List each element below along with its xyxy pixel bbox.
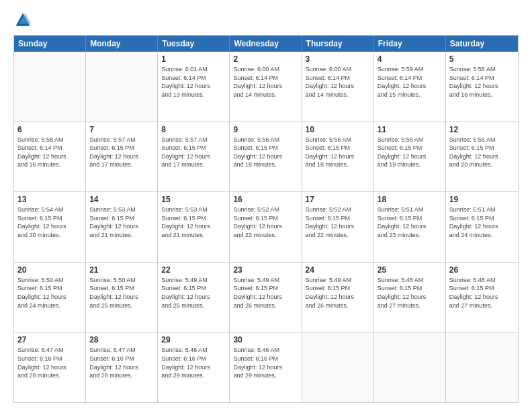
day-info: Sunrise: 5:50 AM Sunset: 6:15 PM Dayligh… [89,276,154,310]
calendar-cell-25: 25Sunrise: 5:48 AM Sunset: 6:15 PM Dayli… [374,263,446,332]
calendar-header: SundayMondayTuesdayWednesdayThursdayFrid… [14,36,518,52]
calendar-cell-empty-0-1 [86,52,158,122]
day-number: 2 [233,54,298,64]
day-number: 30 [233,335,298,345]
calendar-cell-19: 19Sunrise: 5:51 AM Sunset: 6:15 PM Dayli… [446,192,518,262]
day-info: Sunrise: 5:53 AM Sunset: 6:15 PM Dayligh… [161,205,226,239]
calendar-cell-27: 27Sunrise: 5:47 AM Sunset: 6:16 PM Dayli… [14,332,86,402]
day-number: 16 [233,195,298,204]
calendar-body: 1Sunrise: 6:01 AM Sunset: 6:14 PM Daylig… [14,52,518,402]
day-info: Sunrise: 5:47 AM Sunset: 6:16 PM Dayligh… [89,346,154,379]
day-number: 7 [89,125,154,134]
calendar-cell-2: 2Sunrise: 6:00 AM Sunset: 6:14 PM Daylig… [230,52,302,122]
calendar-cell-30: 30Sunrise: 5:46 AM Sunset: 6:16 PM Dayli… [230,332,302,402]
calendar-cell-26: 26Sunrise: 5:48 AM Sunset: 6:15 PM Dayli… [446,263,518,332]
day-info: Sunrise: 5:48 AM Sunset: 6:15 PM Dayligh… [378,276,442,310]
calendar-cell-6: 6Sunrise: 5:58 AM Sunset: 6:14 PM Daylig… [14,122,86,192]
day-number: 3 [306,54,370,64]
day-number: 26 [449,265,515,275]
calendar-cell-empty-4-5 [374,332,446,402]
day-info: Sunrise: 6:00 AM Sunset: 6:14 PM Dayligh… [306,65,370,99]
day-number: 18 [378,195,442,204]
day-info: Sunrise: 5:46 AM Sunset: 6:16 PM Dayligh… [161,346,226,379]
calendar-cell-17: 17Sunrise: 5:52 AM Sunset: 6:15 PM Dayli… [302,192,374,262]
calendar-cell-24: 24Sunrise: 5:49 AM Sunset: 6:15 PM Dayli… [302,263,374,332]
day-number: 5 [449,54,515,64]
weekday-header-monday: Monday [86,36,158,52]
calendar-cell-21: 21Sunrise: 5:50 AM Sunset: 6:15 PM Dayli… [86,263,158,332]
weekday-header-sunday: Sunday [14,36,86,52]
calendar-cell-15: 15Sunrise: 5:53 AM Sunset: 6:15 PM Dayli… [158,192,230,262]
day-number: 13 [17,195,82,204]
day-number: 1 [161,54,226,64]
day-number: 19 [449,195,515,204]
day-info: Sunrise: 5:56 AM Sunset: 6:15 PM Dayligh… [306,136,370,169]
day-number: 25 [378,265,442,275]
day-info: Sunrise: 5:47 AM Sunset: 6:16 PM Dayligh… [17,346,82,379]
day-info: Sunrise: 5:49 AM Sunset: 6:15 PM Dayligh… [233,276,298,310]
calendar-cell-empty-0-0 [14,52,86,122]
calendar-cell-16: 16Sunrise: 5:52 AM Sunset: 6:15 PM Dayli… [230,192,302,262]
day-number: 11 [378,125,442,134]
day-number: 20 [17,265,82,275]
calendar-cell-1: 1Sunrise: 6:01 AM Sunset: 6:14 PM Daylig… [158,52,230,122]
day-number: 6 [17,125,82,134]
calendar-cell-empty-4-4 [302,332,374,402]
calendar-cell-7: 7Sunrise: 5:57 AM Sunset: 6:15 PM Daylig… [86,122,158,192]
day-info: Sunrise: 5:46 AM Sunset: 6:16 PM Dayligh… [233,346,298,379]
day-number: 24 [306,265,370,275]
day-number: 21 [89,265,154,275]
day-number: 15 [161,195,226,204]
calendar-cell-13: 13Sunrise: 5:54 AM Sunset: 6:15 PM Dayli… [14,192,86,262]
calendar-cell-8: 8Sunrise: 5:57 AM Sunset: 6:15 PM Daylig… [158,122,230,192]
page: SundayMondayTuesdayWednesdayThursdayFrid… [0,0,532,411]
weekday-header-thursday: Thursday [302,36,374,52]
logo-icon [13,11,32,30]
calendar-cell-23: 23Sunrise: 5:49 AM Sunset: 6:15 PM Dayli… [230,263,302,332]
calendar-cell-20: 20Sunrise: 5:50 AM Sunset: 6:15 PM Dayli… [14,263,86,332]
calendar-cell-4: 4Sunrise: 5:59 AM Sunset: 6:14 PM Daylig… [374,52,446,122]
day-info: Sunrise: 6:01 AM Sunset: 6:14 PM Dayligh… [161,65,226,99]
calendar-cell-11: 11Sunrise: 5:55 AM Sunset: 6:15 PM Dayli… [374,122,446,192]
day-info: Sunrise: 5:56 AM Sunset: 6:15 PM Dayligh… [233,136,298,169]
day-info: Sunrise: 5:53 AM Sunset: 6:15 PM Dayligh… [89,205,154,239]
day-info: Sunrise: 5:51 AM Sunset: 6:15 PM Dayligh… [449,205,515,239]
day-info: Sunrise: 5:57 AM Sunset: 6:15 PM Dayligh… [161,136,226,169]
calendar-cell-12: 12Sunrise: 5:55 AM Sunset: 6:15 PM Dayli… [446,122,518,192]
day-number: 14 [89,195,154,204]
day-info: Sunrise: 5:49 AM Sunset: 6:15 PM Dayligh… [306,276,370,310]
calendar-cell-29: 29Sunrise: 5:46 AM Sunset: 6:16 PM Dayli… [158,332,230,402]
day-info: Sunrise: 5:51 AM Sunset: 6:15 PM Dayligh… [378,205,442,239]
day-number: 9 [233,125,298,134]
day-number: 27 [17,335,82,345]
calendar: SundayMondayTuesdayWednesdayThursdayFrid… [13,35,519,403]
calendar-cell-empty-4-6 [446,332,518,402]
day-number: 29 [161,335,226,345]
calendar-cell-28: 28Sunrise: 5:47 AM Sunset: 6:16 PM Dayli… [86,332,158,402]
day-info: Sunrise: 5:52 AM Sunset: 6:15 PM Dayligh… [233,205,298,239]
day-info: Sunrise: 5:48 AM Sunset: 6:15 PM Dayligh… [449,276,515,310]
calendar-row-5: 27Sunrise: 5:47 AM Sunset: 6:16 PM Dayli… [14,332,518,402]
weekday-header-friday: Friday [374,36,446,52]
calendar-cell-18: 18Sunrise: 5:51 AM Sunset: 6:15 PM Dayli… [374,192,446,262]
day-info: Sunrise: 5:59 AM Sunset: 6:14 PM Dayligh… [378,65,442,99]
day-number: 22 [161,265,226,275]
day-info: Sunrise: 5:54 AM Sunset: 6:15 PM Dayligh… [17,205,82,239]
calendar-cell-22: 22Sunrise: 5:49 AM Sunset: 6:15 PM Dayli… [158,263,230,332]
calendar-cell-3: 3Sunrise: 6:00 AM Sunset: 6:14 PM Daylig… [302,52,374,122]
calendar-cell-5: 5Sunrise: 5:58 AM Sunset: 6:14 PM Daylig… [446,52,518,122]
weekday-header-tuesday: Tuesday [158,36,230,52]
calendar-row-3: 13Sunrise: 5:54 AM Sunset: 6:15 PM Dayli… [14,191,518,262]
day-number: 4 [378,54,442,64]
day-info: Sunrise: 5:58 AM Sunset: 6:14 PM Dayligh… [449,65,515,99]
day-number: 10 [306,125,370,134]
day-info: Sunrise: 5:55 AM Sunset: 6:15 PM Dayligh… [378,136,442,169]
weekday-header-saturday: Saturday [446,36,518,52]
calendar-cell-14: 14Sunrise: 5:53 AM Sunset: 6:15 PM Dayli… [86,192,158,262]
calendar-cell-9: 9Sunrise: 5:56 AM Sunset: 6:15 PM Daylig… [230,122,302,192]
day-number: 12 [449,125,515,134]
calendar-row-4: 20Sunrise: 5:50 AM Sunset: 6:15 PM Dayli… [14,262,518,332]
day-info: Sunrise: 5:55 AM Sunset: 6:15 PM Dayligh… [449,136,515,169]
calendar-cell-10: 10Sunrise: 5:56 AM Sunset: 6:15 PM Dayli… [302,122,374,192]
day-info: Sunrise: 5:57 AM Sunset: 6:15 PM Dayligh… [89,136,154,169]
